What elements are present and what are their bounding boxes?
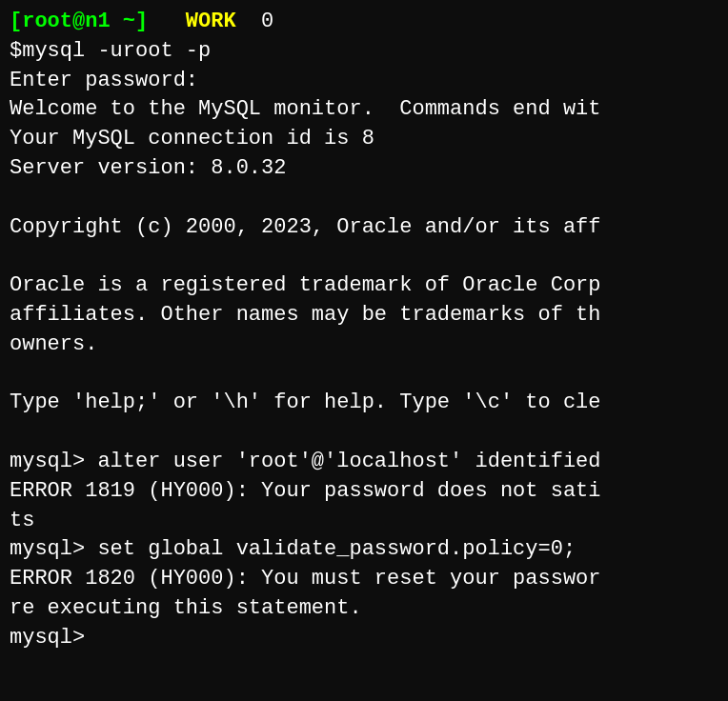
prompt-line: [root@n1 ~] WORK 0 (10, 8, 718, 37)
copyright-line: Copyright (c) 2000, 2023, Oracle and/or … (10, 213, 718, 243)
bracket-close: ] (135, 10, 148, 33)
oracle-trademark-1: Oracle is a registered trademark of Orac… (10, 271, 718, 301)
empty-line-1 (10, 184, 718, 213)
error-1819: ERROR 1819 (HY000): Your password does n… (10, 477, 718, 507)
enter-password: Enter password: (10, 67, 718, 96)
connection-id: Your MySQL connection id is 8 (10, 125, 718, 154)
prompt-host: n1 (85, 10, 110, 33)
work-label: WORK (186, 10, 236, 33)
set-policy-cmd: mysql> set global validate_password.poli… (10, 535, 718, 565)
server-version: Server version: 8.0.32 (10, 154, 718, 184)
mysql-prompt-final[interactable]: mysql> (10, 624, 718, 653)
empty-line-4 (10, 418, 718, 448)
error-1820: ERROR 1820 (HY000): You must reset your … (10, 565, 718, 594)
prompt-tilde: ~ (123, 10, 135, 33)
bracket-open: [ (10, 10, 22, 33)
terminal-window: [root@n1 ~] WORK 0 $mysql -uroot -p Ente… (0, 0, 728, 701)
help-line: Type 'help;' or '\h' for help. Type '\c'… (10, 389, 718, 418)
empty-line-3 (10, 360, 718, 390)
welcome-line: Welcome to the MySQL monitor. Commands e… (10, 95, 718, 125)
exit-code: 0 (261, 10, 273, 33)
empty-line-2 (10, 242, 718, 271)
error-1820-cont: re executing this statement. (10, 594, 718, 624)
prompt-at: @ (72, 10, 85, 33)
error-1819-cont: ts (10, 507, 718, 536)
cmd-mysql: $mysql -uroot -p (10, 37, 718, 67)
prompt-user: root (22, 10, 72, 33)
oracle-trademark-3: owners. (10, 330, 718, 360)
alter-user-cmd: mysql> alter user 'root'@'localhost' ide… (10, 448, 718, 477)
oracle-trademark-2: affiliates. Other names may be trademark… (10, 301, 718, 330)
